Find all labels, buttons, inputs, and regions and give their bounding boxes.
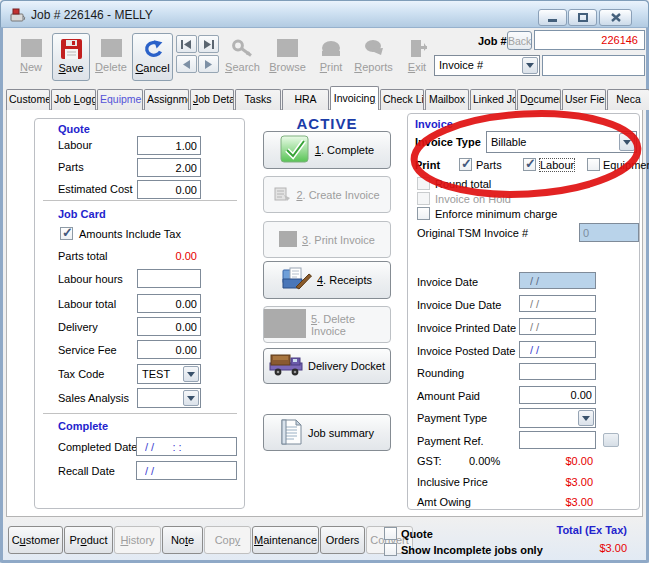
service-fee-label: Service Fee xyxy=(58,344,117,356)
tab-customer[interactable]: Customer xyxy=(6,89,50,110)
jobcard-section-title: Job Card xyxy=(58,208,106,220)
print-parts-checkbox[interactable] xyxy=(459,158,472,171)
amount-paid-input[interactable] xyxy=(519,386,596,404)
chevron-down-icon[interactable] xyxy=(183,390,199,406)
invoice-due-date-input[interactable] xyxy=(519,295,596,312)
labour-total-label: Labour total xyxy=(58,298,116,310)
close-button[interactable] xyxy=(599,9,632,26)
chevron-down-icon[interactable] xyxy=(619,133,635,151)
labour-hours-label: Labour hours xyxy=(58,273,123,285)
invoice-printed-date-label: Invoice Printed Date xyxy=(417,322,516,334)
invoice-printed-date-input[interactable] xyxy=(519,318,596,335)
chevron-down-icon[interactable] xyxy=(522,57,538,74)
sales-analysis-combo[interactable] xyxy=(137,388,201,408)
note-button[interactable]: Note xyxy=(162,526,203,554)
search-icon xyxy=(221,36,264,60)
job-summary-button[interactable]: Job summary xyxy=(263,414,391,451)
recall-date-input[interactable] xyxy=(136,461,237,480)
tab-equipment[interactable]: Equipmen xyxy=(97,89,143,110)
customer-button[interactable]: Customer xyxy=(8,526,63,554)
minimize-button[interactable] xyxy=(538,9,567,26)
complete-button[interactable]: 1. Complete xyxy=(263,131,391,169)
last-record-icon xyxy=(203,40,214,49)
first-record-icon xyxy=(181,40,192,49)
rounding-input[interactable] xyxy=(519,363,596,380)
tab-check-list[interactable]: Check Li xyxy=(380,89,424,110)
tab-documents[interactable]: Documen xyxy=(517,89,561,110)
show-incomplete-checkbox[interactable] xyxy=(384,543,397,556)
invoice-posted-date-input[interactable] xyxy=(519,341,596,358)
tab-mailbox[interactable]: Mailbox xyxy=(425,89,469,110)
amounts-include-tax-checkbox[interactable] xyxy=(60,227,73,240)
tab-user-fields[interactable]: User Fiel xyxy=(562,89,606,110)
tax-code-value: TEST xyxy=(142,368,170,380)
print-labour-checkbox[interactable] xyxy=(523,158,536,171)
job-status-text: ACTIVE xyxy=(263,115,391,132)
gst-value: $0.00 xyxy=(517,455,593,467)
quote-estimated-cost-input[interactable] xyxy=(137,180,201,199)
quote-labour-input[interactable] xyxy=(137,136,201,155)
payment-ref-input[interactable] xyxy=(519,431,596,449)
tab-invoicing[interactable]: Invoicing xyxy=(330,86,379,110)
back-button[interactable]: Back xyxy=(507,31,532,50)
tab-assignment[interactable]: Assignme xyxy=(144,89,189,110)
invoice-date-input[interactable] xyxy=(519,272,596,289)
total-ex-tax-value: $3.00 xyxy=(500,542,627,554)
print-labour-label: Labour xyxy=(540,159,574,171)
new-button: New xyxy=(12,33,50,81)
labour-total-input[interactable] xyxy=(137,294,201,313)
parts-total-value: 0.00 xyxy=(137,250,197,262)
application-window: Job # 226146 - MELLY New Save Delete Can… xyxy=(0,0,649,563)
labour-hours-input[interactable] xyxy=(137,269,201,288)
next-record-button[interactable] xyxy=(198,55,219,73)
last-record-button[interactable] xyxy=(198,35,219,53)
invoice-type-combo[interactable]: Billable xyxy=(486,131,637,153)
orders-button[interactable]: Orders xyxy=(320,526,365,554)
tab-hra[interactable]: HRA xyxy=(282,89,329,110)
restore-button[interactable] xyxy=(568,9,597,26)
receipts-icon xyxy=(282,267,312,293)
cancel-button[interactable]: Cancel xyxy=(132,33,173,81)
original-tsm-invoice-input[interactable] xyxy=(579,223,639,242)
quote-filter-checkbox[interactable] xyxy=(384,527,397,540)
print-parts-label: Parts xyxy=(476,159,502,171)
receipts-button[interactable]: 4. Receipts xyxy=(263,261,391,299)
chevron-down-icon[interactable] xyxy=(578,410,594,426)
delivery-input[interactable] xyxy=(137,317,201,336)
product-button[interactable]: Product xyxy=(64,526,113,554)
tab-linked-jobs[interactable]: Linked Jc xyxy=(470,89,516,110)
save-label: Save xyxy=(58,62,83,74)
green-check-icon xyxy=(280,135,310,165)
chevron-down-icon[interactable] xyxy=(183,366,199,382)
first-record-button[interactable] xyxy=(176,35,197,53)
tab-job-log[interactable]: Job Logg xyxy=(51,89,96,110)
delete-label: Delete xyxy=(95,61,127,73)
title-bar[interactable]: Job # 226146 - MELLY xyxy=(0,0,649,28)
amt-owing-label: Amt Owing xyxy=(417,496,471,508)
invoice-selector-combo[interactable]: Invoice # xyxy=(434,55,540,76)
quote-parts-input[interactable] xyxy=(137,158,201,177)
print-invoice-icon xyxy=(279,231,297,249)
tab-neca[interactable]: Neca xyxy=(607,89,649,110)
save-button[interactable]: Save xyxy=(52,33,90,81)
service-fee-input[interactable] xyxy=(137,340,201,359)
tax-code-combo[interactable]: TEST xyxy=(137,364,201,384)
maintenance-button[interactable]: Maintenance xyxy=(252,526,319,554)
enforce-minimum-charge-checkbox[interactable] xyxy=(417,207,430,220)
invoice-number-field[interactable] xyxy=(542,55,645,76)
browse-icon xyxy=(265,36,310,60)
reports-label: Reports xyxy=(354,61,393,73)
previous-record-button[interactable] xyxy=(176,55,197,73)
print-equipment-checkbox[interactable] xyxy=(587,158,600,171)
save-icon xyxy=(53,37,89,61)
tab-tasks[interactable]: Tasks xyxy=(235,89,281,110)
job-number-field[interactable]: 226146 xyxy=(534,30,645,50)
tab-job-details[interactable]: Job Detai xyxy=(190,89,234,110)
payment-type-combo[interactable] xyxy=(519,408,596,428)
payment-ref-lookup-button[interactable] xyxy=(603,433,619,447)
completed-date-input[interactable] xyxy=(136,437,237,456)
invoice-type-label: Invoice Type xyxy=(415,136,481,148)
print-label: Print xyxy=(320,61,343,73)
delivery-docket-button[interactable]: Delivery Docket xyxy=(263,348,391,384)
recall-date-label: Recall Date xyxy=(58,465,115,477)
